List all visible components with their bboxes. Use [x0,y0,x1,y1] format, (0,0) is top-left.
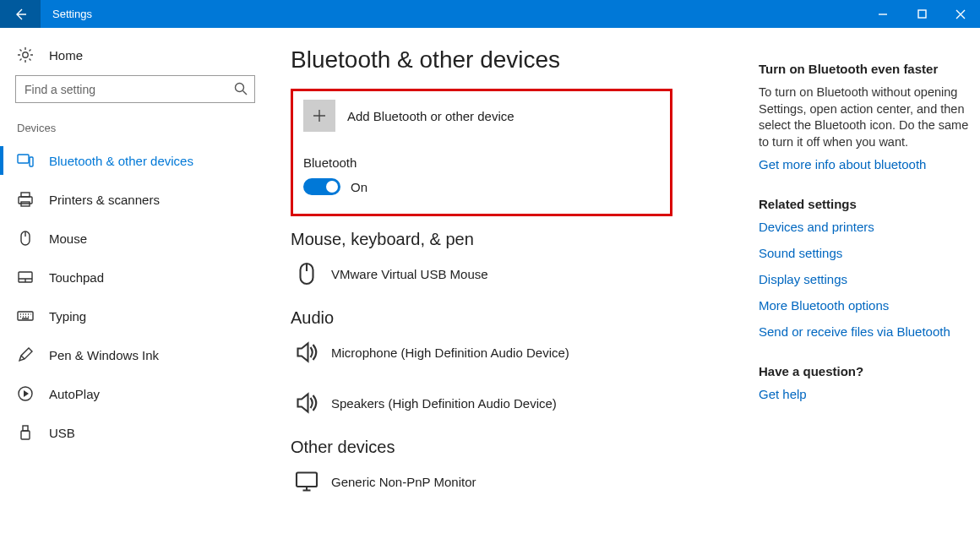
bluetooth-state: On [351,180,368,194]
window-controls [863,0,980,28]
nav-usb[interactable]: USB [0,413,270,452]
speaker-icon [294,390,319,416]
link-more-bluetooth[interactable]: More Bluetooth options [759,298,980,313]
arrow-left-icon [14,8,27,21]
back-button[interactable] [0,0,41,28]
link-devices-printers[interactable]: Devices and printers [759,220,980,234]
nav-item-label: Typing [49,309,86,324]
device-row[interactable]: Generic Non-PnP Monitor [291,462,742,513]
nav-home-label: Home [49,48,83,63]
sidebar: Home Devices Bluetooth & other devices P… [0,28,270,555]
device-label: VMware Virtual USB Mouse [331,267,488,281]
nav-mouse[interactable]: Mouse [0,219,270,258]
question-block: Have a question? Get help [759,364,980,401]
nav-home[interactable]: Home [0,43,270,75]
tip-body: To turn on Bluetooth without opening Set… [759,84,980,150]
nav-autoplay[interactable]: AutoPlay [0,374,270,413]
autoplay-icon [17,385,34,402]
svg-rect-13 [21,431,30,439]
tip-block: Turn on Bluetooth even faster To turn on… [759,62,980,171]
nav-pen[interactable]: Pen & Windows Ink [0,335,270,374]
add-device-row[interactable]: Add Bluetooth or other device [303,100,660,132]
add-device-button[interactable] [303,100,335,132]
search-wrap [15,75,255,103]
svg-rect-15 [297,473,317,487]
bluetooth-toggle-row: On [303,178,660,195]
link-send-receive[interactable]: Send or receive files via Bluetooth [759,324,980,339]
touchpad-icon [17,269,34,286]
monitor-icon [294,469,319,494]
maximize-button[interactable] [902,0,941,28]
section-audio-title: Audio [291,308,742,328]
question-title: Have a question? [759,364,980,378]
device-row[interactable]: VMware Virtual USB Mouse [291,254,742,305]
link-display-settings[interactable]: Display settings [759,272,980,286]
tip-link[interactable]: Get more info about bluetooth [759,157,980,171]
printer-icon [17,191,34,208]
pen-icon [17,346,34,363]
svg-rect-4 [30,157,33,166]
nav-touchpad[interactable]: Touchpad [0,258,270,297]
section-mouse-title: Mouse, keyboard, & pen [291,230,742,249]
svg-point-1 [23,52,28,57]
nav-bluetooth[interactable]: Bluetooth & other devices [0,141,270,180]
nav-item-label: Touchpad [49,270,104,285]
tip-title: Turn on Bluetooth even faster [759,62,980,76]
sidebar-section-title: Devices [0,122,270,141]
mouse-icon [17,230,34,247]
related-title: Related settings [759,197,980,211]
highlight-box: Add Bluetooth or other device Bluetooth … [291,89,672,216]
usb-icon [17,424,34,441]
nav-printers[interactable]: Printers & scanners [0,180,270,219]
nav-item-label: Pen & Windows Ink [49,348,159,362]
device-row[interactable]: Speakers (High Definition Audio Device) [291,384,742,434]
nav-item-label: Printers & scanners [49,193,160,207]
page-title: Bluetooth & other devices [291,46,742,73]
keyboard-icon [17,307,34,324]
nav-item-label: Mouse [49,231,87,246]
nav-item-label: Bluetooth & other devices [49,154,193,168]
mouse-icon [294,261,319,286]
svg-rect-12 [23,426,28,431]
link-get-help[interactable]: Get help [759,387,980,401]
window-title: Settings [41,0,863,28]
close-icon [956,9,966,19]
nav-item-label: AutoPlay [49,387,100,401]
link-sound-settings[interactable]: Sound settings [759,246,980,260]
minimize-button[interactable] [863,0,902,28]
section-other-title: Other devices [291,438,742,457]
devices-icon [17,152,34,169]
maximize-icon [917,9,927,19]
main-content: Bluetooth & other devices Add Bluetooth … [270,28,759,555]
search-input[interactable] [15,75,255,103]
minimize-icon [878,9,888,19]
titlebar: Settings [0,0,980,28]
add-device-label: Add Bluetooth or other device [347,109,514,123]
gear-icon [17,46,34,63]
plus-icon [311,107,328,124]
svg-rect-3 [18,155,29,163]
device-label: Microphone (High Definition Audio Device… [331,346,569,360]
device-row[interactable]: Microphone (High Definition Audio Device… [291,333,742,384]
svg-point-2 [236,84,244,92]
related-block: Related settings Devices and printers So… [759,197,980,339]
search-icon [233,81,248,96]
speaker-icon [294,340,319,365]
svg-rect-0 [918,10,926,18]
bluetooth-toggle[interactable] [303,178,340,195]
close-button[interactable] [941,0,980,28]
svg-rect-6 [21,193,30,197]
nav-item-label: USB [49,426,75,440]
device-label: Generic Non-PnP Monitor [331,475,476,489]
nav-typing[interactable]: Typing [0,297,270,335]
device-label: Speakers (High Definition Audio Device) [331,396,557,411]
bluetooth-label: Bluetooth [303,155,660,170]
right-pane: Turn on Bluetooth even faster To turn on… [759,28,980,555]
